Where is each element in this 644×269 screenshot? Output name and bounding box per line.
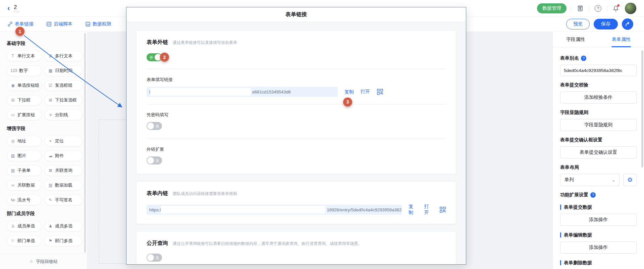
field-visibility-button[interactable]: 字段显隐规则 (560, 119, 637, 131)
redacted-region (161, 206, 325, 214)
user-avatar[interactable] (625, 2, 637, 14)
internal-link-input[interactable]: https:/ 16926/entry/5ded0c4a4c9293958a38… (147, 205, 402, 215)
external-link-card: 表单外链 通过表单链接可以直接填写当前表单 开 2 表单填写链接 l e681c… (137, 31, 456, 174)
open-link-button[interactable]: 打开 (361, 89, 370, 95)
copy-link-button[interactable]: 复制 (344, 89, 354, 94)
field-item[interactable]: ▤ 子表单 (7, 165, 42, 176)
panel-body: 表单别名 ? 5ded0c4a4c9293958a382f8c 表单提交校验 添… (553, 47, 644, 269)
field-item[interactable]: 123 数字 (7, 65, 42, 76)
tab-backend-script[interactable]: 后端脚本 (46, 21, 72, 27)
link-visible-text: 16926/entry/5ded0c4a4c9293958a382f8c (325, 207, 402, 212)
extension-help-icon[interactable]: ? (590, 192, 596, 198)
field-item[interactable]: ☑ 复选框组 (44, 80, 83, 91)
save-button[interactable]: 保存 (594, 19, 618, 29)
tab-field-properties[interactable]: 字段属性 (553, 32, 598, 47)
toggle-knob (147, 157, 154, 164)
open-link-button[interactable]: 打开 (424, 204, 433, 216)
field-item[interactable]: ▦ 日期时间 (44, 65, 83, 76)
divider (147, 69, 446, 69)
layout-settings-button[interactable]: ⚙ (623, 174, 637, 186)
annotation-badge-2: 2 (160, 53, 169, 62)
field-item[interactable]: ⊟ 下拉框 (7, 95, 42, 106)
field-label: 数据加载 (55, 182, 72, 188)
tab-form-properties[interactable]: 表单属性 (598, 32, 644, 47)
field-item[interactable]: T 单行文本 (7, 51, 42, 61)
field-icon: ♟ (48, 224, 53, 228)
field-item[interactable]: ⌖ 定位 (44, 136, 83, 146)
field-item[interactable]: ◎ 地址 (7, 136, 42, 146)
function-extension-label: 功能扩展设置 (560, 192, 588, 198)
alias-help-icon[interactable]: ? (581, 56, 586, 61)
form-layout-label: 表单布局 (560, 164, 579, 171)
extend-toggle[interactable]: 关 (147, 156, 162, 164)
field-item[interactable]: ⊠ 关联查询 (44, 165, 83, 176)
toggle-knob (147, 123, 154, 129)
submit-confirm-button[interactable]: 表单提交确认设置 (560, 146, 637, 158)
field-item[interactable]: ▧ 图片 (7, 150, 42, 161)
tab-form-link[interactable]: 表单链接 (7, 21, 34, 27)
field-icon: ⊞ (48, 98, 53, 103)
topbar-separator (607, 6, 607, 11)
topbar-right: 数据管理 ? (537, 2, 637, 14)
add-validate-condition-button[interactable]: 添加校验条件 (560, 91, 637, 104)
field-item[interactable]: ♙ 成员单选 (7, 221, 42, 231)
field-label: 部门单选 (17, 238, 35, 244)
field-icon: 123 (10, 68, 17, 73)
sidebar-scrollbar[interactable] (84, 33, 86, 253)
tab-data-permission[interactable]: 数据权限 (85, 21, 111, 27)
field-item[interactable]: ◉ 单选按钮组 (7, 80, 42, 91)
redacted-region (150, 88, 251, 96)
field-label: 手写签名 (55, 197, 72, 203)
layout-select[interactable]: 单列 ⌄ (560, 174, 620, 186)
field-item[interactable]: ⚑ 部门多选 (44, 236, 83, 246)
field-item[interactable]: ♟ 成员多选 (44, 221, 83, 231)
password-fill-toggle[interactable]: 关 (147, 122, 162, 130)
qr-code-icon[interactable] (377, 88, 383, 95)
public-query-toggle[interactable]: 关 (147, 254, 162, 262)
field-icon: ◉ (10, 83, 15, 88)
data-manage-button[interactable]: 数据管理 (537, 3, 567, 13)
preview-button[interactable]: 预览 (566, 19, 590, 29)
qr-code-icon[interactable] (439, 206, 446, 213)
contacts-icon[interactable] (576, 4, 584, 12)
page-title[interactable]: 2 (14, 4, 19, 10)
internal-link-title: 表单内链 (147, 190, 168, 197)
fill-link-input[interactable]: l e681cd15349543d6 (147, 87, 338, 97)
script-icon (46, 21, 52, 27)
add-operation-button[interactable]: 添加操作 (560, 242, 637, 254)
field-item[interactable]: ∞ 关联数据 (7, 180, 42, 191)
field-label: 多行文本 (55, 53, 72, 59)
share-button[interactable] (622, 18, 633, 30)
field-item[interactable]: ≡ 分割线 (44, 110, 83, 120)
add-operation-button[interactable]: 添加操作 (560, 214, 637, 226)
field-item[interactable]: ⊞ 下拉复选框 (44, 95, 83, 106)
field-item[interactable]: ☁ 附件 (44, 150, 83, 161)
copy-link-button[interactable]: 复制 (409, 204, 417, 216)
help-icon[interactable]: ? (594, 4, 602, 12)
field-item[interactable]: № 流水号 (7, 195, 42, 205)
field-icon: ▭ (10, 113, 15, 117)
notification-bell-icon[interactable] (612, 4, 620, 12)
back-chevron-icon[interactable]: ‹ (7, 5, 10, 12)
form-alias-label: 表单别名 (560, 55, 579, 61)
field-item[interactable]: ▥ 数据加载 (44, 180, 83, 191)
modal-title: 表单链接 (126, 7, 466, 22)
field-item[interactable]: ✎ 手写签名 (44, 195, 83, 205)
extension-section: 表单编辑数据 添加操作 (560, 232, 637, 254)
form-alias-input[interactable]: 5ded0c4a4c9293958a382f8c (560, 65, 637, 76)
toolbar-right: 预览 保存 (566, 18, 637, 30)
field-icon: ☑ (48, 83, 53, 88)
extension-section: 表单删除数据 添加操作 (560, 260, 637, 269)
panel-scrollbar[interactable] (641, 50, 643, 167)
field-item[interactable]: ⚐ 部门单选 (7, 236, 42, 246)
field-item[interactable]: ≣ 多行文本 (44, 51, 83, 61)
field-recycle-bin[interactable]: ♲ 字段回收站 (0, 254, 87, 269)
field-label: 子表单 (17, 167, 31, 174)
field-icon: ◎ (10, 139, 15, 143)
fill-link-label: 表单填写链接 (147, 77, 446, 83)
field-icon: № (10, 198, 15, 202)
field-item[interactable]: ▭ 扩展按钮 (7, 110, 42, 120)
field-icon: ▦ (48, 68, 53, 73)
field-label: 成员单选 (17, 223, 35, 229)
link-icon (7, 21, 13, 27)
